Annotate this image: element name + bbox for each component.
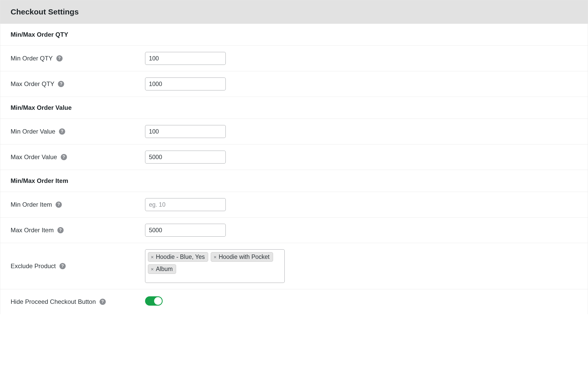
exclude-product-tag-input[interactable]: ×Hoodie - Blue, Yes×Hoodie with Pocket×A…	[145, 249, 285, 283]
tag-remove-icon[interactable]: ×	[151, 254, 154, 260]
product-tag[interactable]: ×Hoodie - Blue, Yes	[148, 252, 208, 262]
control-wrap	[145, 151, 577, 164]
product-tag[interactable]: ×Hoodie with Pocket	[211, 252, 273, 262]
row-max-order-item: Max Order Item ?	[0, 218, 588, 243]
control-wrap	[145, 52, 577, 65]
label-wrap: Hide Proceed Checkout Button ?	[11, 298, 145, 305]
max-order-item-input[interactable]	[145, 224, 226, 237]
help-icon[interactable]: ?	[57, 227, 64, 233]
tag-label: Hoodie - Blue, Yes	[156, 253, 205, 260]
product-tag[interactable]: ×Album	[148, 264, 176, 274]
help-icon[interactable]: ?	[58, 81, 64, 87]
max-order-item-label: Max Order Item	[11, 227, 54, 234]
label-wrap: Min Order QTY ?	[11, 55, 145, 62]
control-wrap	[145, 125, 577, 138]
label-wrap: Min Order Value ?	[11, 128, 145, 135]
control-wrap	[145, 224, 577, 237]
help-icon[interactable]: ?	[56, 55, 63, 61]
max-order-qty-input[interactable]	[145, 78, 226, 90]
row-exclude-product: Exclude Product ? ×Hoodie - Blue, Yes×Ho…	[0, 243, 588, 289]
help-icon[interactable]: ?	[59, 263, 66, 269]
row-min-order-value: Min Order Value ?	[0, 119, 588, 144]
panel-title: Checkout Settings	[11, 7, 577, 16]
toggle-knob	[154, 297, 162, 305]
row-hide-proceed: Hide Proceed Checkout Button ?	[0, 289, 588, 314]
min-order-value-label: Min Order Value	[11, 128, 55, 135]
max-order-value-input[interactable]	[145, 151, 226, 164]
exclude-product-label: Exclude Product	[11, 262, 56, 270]
row-min-order-qty: Min Order QTY ?	[0, 46, 588, 71]
control-wrap	[145, 78, 577, 90]
label-wrap: Max Order Value ?	[11, 153, 145, 161]
hide-proceed-toggle[interactable]	[145, 296, 163, 306]
label-wrap: Max Order QTY ?	[11, 80, 145, 88]
max-order-qty-label: Max Order QTY	[11, 80, 54, 88]
label-wrap: Exclude Product ?	[11, 262, 145, 270]
control-wrap	[145, 296, 577, 307]
panel-header: Checkout Settings	[0, 0, 588, 24]
min-order-qty-label: Min Order QTY	[11, 55, 53, 62]
help-icon[interactable]: ?	[61, 154, 67, 160]
label-wrap: Max Order Item ?	[11, 227, 145, 234]
tag-remove-icon[interactable]: ×	[214, 254, 217, 260]
help-icon[interactable]: ?	[59, 128, 65, 135]
section-heading-qty: Min/Max Order QTY	[11, 31, 577, 38]
hide-proceed-label: Hide Proceed Checkout Button	[11, 298, 96, 305]
min-order-qty-input[interactable]	[145, 52, 226, 65]
row-max-order-value: Max Order Value ?	[0, 144, 588, 170]
section-header-item: Min/Max Order Item	[0, 170, 588, 192]
label-wrap: Min Order Item ?	[11, 201, 145, 208]
min-order-item-label: Min Order Item	[11, 201, 52, 208]
help-icon[interactable]: ?	[100, 299, 106, 305]
section-header-qty: Min/Max Order QTY	[0, 24, 588, 46]
control-wrap	[145, 198, 577, 211]
tag-remove-icon[interactable]: ×	[151, 267, 154, 272]
row-max-order-qty: Max Order QTY ?	[0, 71, 588, 97]
control-wrap: ×Hoodie - Blue, Yes×Hoodie with Pocket×A…	[145, 249, 577, 283]
checkout-settings-panel: Checkout Settings Min/Max Order QTY Min …	[0, 0, 588, 314]
help-icon[interactable]: ?	[56, 202, 62, 208]
section-heading-item: Min/Max Order Item	[11, 177, 577, 184]
section-heading-value: Min/Max Order Value	[11, 104, 577, 111]
row-min-order-item: Min Order Item ?	[0, 192, 588, 218]
max-order-value-label: Max Order Value	[11, 153, 57, 161]
tag-label: Hoodie with Pocket	[219, 253, 270, 260]
min-order-item-input[interactable]	[145, 198, 226, 211]
min-order-value-input[interactable]	[145, 125, 226, 138]
tag-label: Album	[156, 266, 173, 273]
section-header-value: Min/Max Order Value	[0, 97, 588, 119]
